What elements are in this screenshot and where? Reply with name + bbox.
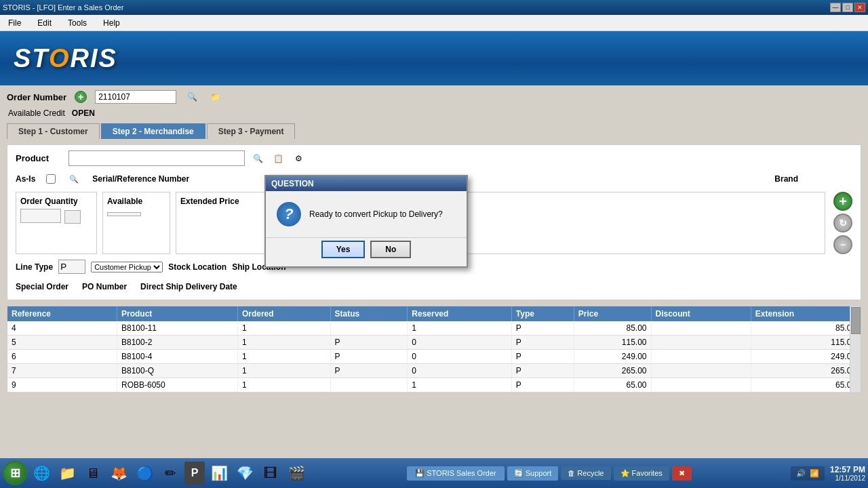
clock-date: 1/11/2012 bbox=[830, 474, 865, 482]
taskbar-p-icon[interactable]: P bbox=[184, 462, 205, 485]
storis-support-icon[interactable]: 🔄 Support bbox=[507, 466, 559, 481]
taskbar-folder-icon[interactable]: 📁 bbox=[56, 462, 79, 485]
taskbar-left: ⊞ 🌐 📁 🖥 🦊 🔵 ✏ P 📊 💎 🎞 🎬 bbox=[3, 461, 308, 485]
system-tray: 🔊 📶 bbox=[791, 466, 825, 481]
dialog-title-bar: QUESTION bbox=[266, 176, 467, 191]
taskbar-excel-icon[interactable]: 📊 bbox=[208, 462, 231, 485]
taskbar-center: 💾 STORIS Sales Order 🔄 Support 🗑 Recycle… bbox=[407, 466, 692, 481]
question-icon: ? bbox=[277, 202, 301, 226]
taskbar: ⊞ 🌐 📁 🖥 🦊 🔵 ✏ P 📊 💎 🎞 🎬 💾 STORIS Sales O… bbox=[0, 458, 868, 488]
taskbar-diamond-icon[interactable]: 💎 bbox=[233, 462, 256, 485]
tray-speaker-icon: 🔊 bbox=[796, 469, 806, 478]
dialog-message: Ready to convert Pickup to Delivery? bbox=[309, 209, 443, 220]
dialog-body: ? Ready to convert Pickup to Delivery? bbox=[266, 191, 467, 235]
dialog-no-button[interactable]: No bbox=[370, 241, 411, 258]
storis-task-icon[interactable]: 💾 STORIS Sales Order bbox=[407, 466, 505, 481]
start-button[interactable]: ⊞ bbox=[3, 461, 27, 485]
tray-network-icon: 📶 bbox=[810, 469, 819, 478]
storis-star-icon[interactable]: ⭐ Favorites bbox=[614, 466, 669, 481]
dialog-buttons: Yes No bbox=[266, 237, 467, 266]
taskbar-film-icon[interactable]: 🎞 bbox=[259, 462, 282, 485]
taskbar-skype-icon[interactable]: 🔵 bbox=[133, 462, 156, 485]
taskbar-edit-icon[interactable]: ✏ bbox=[159, 462, 182, 485]
dialog-title: QUESTION bbox=[271, 179, 314, 188]
close-app-icon[interactable]: ✖ bbox=[672, 466, 692, 481]
question-dialog: QUESTION ? Ready to convert Pickup to De… bbox=[264, 175, 468, 268]
taskbar-firefox-icon[interactable]: 🦊 bbox=[107, 462, 130, 485]
taskbar-ie-icon[interactable]: 🌐 bbox=[30, 462, 53, 485]
clock-time: 12:57 PM bbox=[830, 465, 865, 474]
dialog-yes-button[interactable]: Yes bbox=[321, 241, 366, 258]
storis-recycle-icon[interactable]: 🗑 Recycle bbox=[561, 466, 610, 480]
taskbar-right: 🔊 📶 12:57 PM 1/11/2012 bbox=[791, 465, 865, 482]
taskbar-computer-icon[interactable]: 🖥 bbox=[81, 462, 104, 485]
dialog-overlay: QUESTION ? Ready to convert Pickup to De… bbox=[0, 0, 868, 488]
taskbar-video-icon[interactable]: 🎬 bbox=[285, 462, 308, 485]
clock: 12:57 PM 1/11/2012 bbox=[830, 465, 865, 482]
